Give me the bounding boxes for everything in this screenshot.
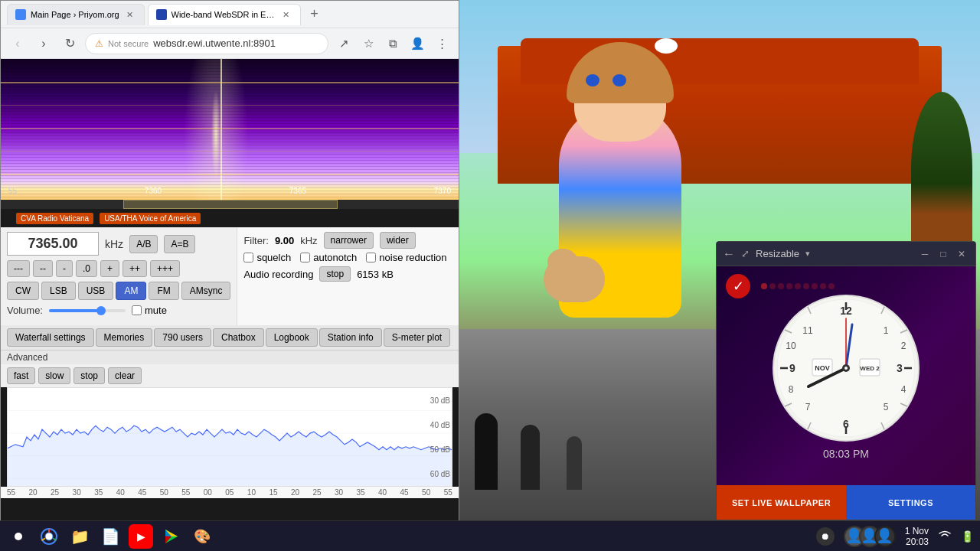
mode-am[interactable]: AM [116,282,146,300]
tab-waterfall-settings[interactable]: Waterfall settings [7,328,94,347]
widget-maximize-button[interactable]: □ [936,246,951,262]
paint-icon: 🎨 [194,528,211,545]
taskbar-time: 20:03 [905,536,929,547]
tab-station-info[interactable]: Station info [319,328,382,347]
avatar-3: 👤 [874,526,896,547]
tune-minus3[interactable]: --- [7,260,30,277]
home-icon [15,533,22,540]
filter-value: 9.00 [275,235,294,246]
mute-label: mute [145,305,167,316]
new-tab-button[interactable]: + [304,4,325,25]
spectrum-chart[interactable]: 30 dB 40 dB 50 dB 60 dB [7,387,452,487]
tab-websdr[interactable]: Wide-band WebSDR in Ens... ✕ [148,4,301,25]
mode-amsync[interactable]: AMsync [181,282,231,300]
set-live-wallpaper-button[interactable]: SET LIVE WALLPAPER [717,485,846,520]
tune-minus1[interactable]: - [56,260,73,277]
widget-close-button[interactable]: ✕ [954,246,969,262]
mode-usb[interactable]: USB [78,282,114,300]
red-circle-button[interactable]: ✓ [726,274,750,298]
mute-checkbox[interactable] [132,305,142,315]
dot-7 [812,283,818,289]
tune-plus1[interactable]: + [100,260,119,277]
tab2-label: Wide-band WebSDR in Ens... [172,10,276,19]
battery-icon[interactable]: 🔋 [961,530,974,543]
widget-titlebar: ← ⤢ Resizable ▾ ─ □ ✕ [717,242,975,266]
clear-button[interactable]: clear [108,367,142,384]
ab-button[interactable]: A/B [129,235,158,253]
back-button[interactable]: ‹ [7,33,28,54]
widget-back-button[interactable]: ← [723,247,735,261]
tab2-favicon [156,9,167,20]
mode-cw[interactable]: CW [7,282,39,300]
squelch-checkbox[interactable] [243,253,253,262]
tab-logbook[interactable]: Logbook [266,328,318,347]
dot-1 [761,283,767,289]
svg-text:5: 5 [884,402,889,412]
mode-lsb[interactable]: LSB [41,282,76,300]
avatar-icon-3: 👤 [876,528,893,543]
progress-dots [755,283,841,289]
share-icon[interactable]: ↗ [333,33,354,54]
home-button[interactable] [6,524,31,549]
clock-widget: ← ⤢ Resizable ▾ ─ □ ✕ ✓ [716,241,976,520]
mute-checkbox-row: mute [132,305,167,316]
svg-text:1: 1 [884,325,889,336]
more-icon[interactable]: ⋮ [431,33,452,54]
controls-section: 7365.00 kHz A/B A=B --- -- - .0 + ++ +++ [1,227,459,325]
slow-button[interactable]: slow [38,367,70,384]
address-bar[interactable]: ⚠ Not secure websdr.ewi.utwente.nl:8901 [85,33,328,54]
settings-button[interactable]: SETTINGS [846,485,975,520]
mode-fm[interactable]: FM [149,282,178,300]
docs-icon: 📄 [101,527,120,546]
widget-status-row: ✓ [726,274,841,298]
tune-point[interactable]: .0 [76,260,97,277]
tab-memories[interactable]: Memories [96,328,153,347]
volume-slider[interactable] [49,309,126,312]
refresh-button[interactable]: ↻ [59,33,80,54]
frequency-input[interactable]: 7365.00 [7,232,99,256]
extension-icon[interactable]: ⧉ [382,33,403,54]
chrome-taskbar-icon[interactable] [37,524,61,549]
aeb-button[interactable]: A=B [164,235,195,253]
screen-record-button[interactable]: ⏺ [816,527,835,546]
noise-reduction-item: noise reduction [366,252,446,263]
fast-button[interactable]: fast [7,367,35,384]
tune-minus2[interactable]: -- [33,260,53,277]
freq-label-4: 7370 [434,187,451,195]
files-taskbar-icon[interactable]: 📁 [67,524,92,549]
forward-button[interactable]: › [33,33,54,54]
youtube-taskbar-icon[interactable]: ▶ [129,524,153,549]
browser-window: Main Page › Priyom.org ✕ Wide-band WebSD… [0,0,459,528]
svg-text:WED 2: WED 2 [860,365,880,372]
wider-button[interactable]: wider [380,232,416,249]
tab-priyom[interactable]: Main Page › Priyom.org ✕ [7,4,145,25]
freq-label-2: 7360 [145,187,162,195]
resize-dropdown-icon[interactable]: ▾ [805,249,810,259]
autonotch-label: autonotch [313,252,357,263]
bookmark-icon[interactable]: ☆ [358,33,379,54]
autonotch-checkbox[interactable] [300,253,310,262]
tune-plus2[interactable]: ++ [122,260,147,277]
tab-users[interactable]: 790 users [154,328,211,347]
tab-smeter[interactable]: S-meter plot [384,328,450,347]
wifi-icon[interactable] [938,530,952,543]
wifi-svg [938,530,952,540]
tab1-close[interactable]: ✕ [124,8,136,21]
tune-plus3[interactable]: +++ [150,260,180,277]
resize-icon[interactable]: ⤢ [741,248,750,259]
waterfall-display[interactable]: 55 7360 7365 7370 CVA Radio Vaticana USA… [1,59,459,227]
stop-button[interactable]: stop [319,266,351,282]
paint-taskbar-icon[interactable]: 🎨 [190,524,214,549]
profile-icon[interactable]: 👤 [407,33,428,54]
docs-taskbar-icon[interactable]: 📄 [98,524,122,549]
clock-svg: 12 3 6 9 1 2 4 5 7 8 10 11 NOV [769,292,923,445]
stop-spectrum-button[interactable]: stop [74,367,105,384]
widget-minimize-button[interactable]: ─ [917,246,933,262]
tab-chatbox[interactable]: Chatbox [213,328,264,347]
narrower-button[interactable]: narrower [324,232,374,249]
dot-4 [786,283,792,289]
noise-reduction-checkbox[interactable] [366,253,376,262]
tab2-close[interactable]: ✕ [280,8,292,21]
play-store-taskbar-icon[interactable] [159,524,184,549]
noise-reduction-label: noise reduction [379,252,446,263]
